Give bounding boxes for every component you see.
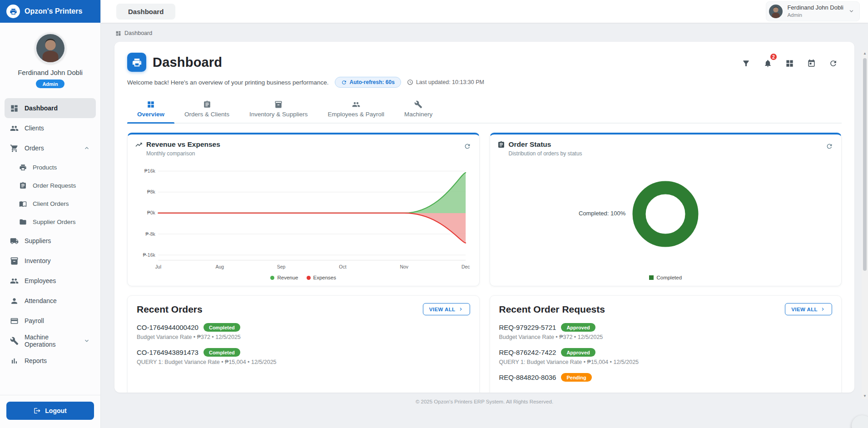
user-avatar [35, 33, 66, 64]
scroll-up-arrow[interactable]: ▲ [862, 50, 868, 56]
sidebar-item-client-orders[interactable]: Client Orders [5, 194, 96, 213]
tab-label: Employees & Payroll [327, 111, 384, 118]
sidebar-item-dashboard[interactable]: Dashboard [5, 98, 96, 118]
legend-item-expenses[interactable]: Expenses [307, 275, 337, 280]
widgets-button[interactable] [781, 55, 798, 72]
sidebar-item-label: Attendance [25, 297, 57, 304]
order-id: REQ-884820-8036 [499, 373, 556, 381]
page-subtitle: Welcome back! Here's an overview of your… [127, 79, 329, 86]
donut-label: Completed: 100% [579, 210, 625, 217]
list-item-row: REQ-979229-5721Approved [499, 323, 833, 332]
refresh-icon [826, 143, 833, 150]
tab-employees-payroll[interactable]: Employees & Payroll [317, 99, 394, 123]
recent-order-requests-card: Recent Order Requests VIEW ALL REQ-97922… [490, 295, 842, 393]
sidebar-item-supplier-orders[interactable]: Supplier Orders [5, 213, 96, 231]
sidebar-item-order-requests[interactable]: Order Requests [5, 176, 96, 194]
svg-text:Sep: Sep [277, 264, 286, 269]
view-all-requests-button[interactable]: VIEW ALL [785, 303, 832, 315]
breadcrumb[interactable]: Dashboard [115, 30, 152, 36]
topbar-dashboard-tab[interactable]: Dashboard [116, 4, 175, 20]
tab-inventory-suppliers[interactable]: Inventory & Suppliers [239, 99, 317, 123]
auto-refresh-pill: Auto-refresh: 60s [335, 77, 401, 88]
order-id: REQ-876242-7422 [499, 348, 556, 356]
donut-chart [627, 176, 704, 254]
tab-machinery[interactable]: Machinery [394, 99, 442, 123]
last-updated-label: Last updated: 10:13:30 PM [416, 79, 484, 85]
brand-name: Opzon's Printers [25, 7, 82, 15]
refresh-chart-button[interactable] [822, 139, 837, 154]
logout-icon [34, 407, 41, 414]
sidebar-footer: Logout [0, 395, 100, 428]
people-icon [10, 277, 19, 285]
refresh-chart-button[interactable] [460, 139, 475, 154]
sidebar-item-employees[interactable]: Employees [5, 271, 96, 291]
people-icon [10, 124, 19, 133]
sidebar-item-suppliers[interactable]: Suppliers [5, 231, 96, 251]
user-menu[interactable]: Ferdinand John Dobli Admin [766, 1, 860, 21]
chart-icon [10, 357, 19, 365]
assignment-icon [203, 100, 211, 109]
dashboard-icon [115, 30, 121, 36]
bell-icon [764, 59, 772, 68]
inventory-icon [10, 257, 19, 265]
chev-down-icon [83, 337, 90, 344]
scrollbar-thumb[interactable] [863, 58, 867, 271]
sidebar-item-label: Dashboard [25, 105, 58, 112]
people-icon [352, 100, 360, 109]
sidebar-item-label: Client Orders [33, 200, 69, 207]
wrench-icon [414, 100, 422, 109]
legend-item-revenue[interactable]: Revenue [270, 275, 298, 280]
dashboard-card: Dashboard Welcome back! Here's an overvi… [114, 42, 854, 393]
sidebar-item-products[interactable]: Products [5, 158, 96, 176]
sidebar-item-payroll[interactable]: Payroll [5, 311, 96, 331]
sidebar-item-clients[interactable]: Clients [5, 118, 96, 138]
svg-text:Dec: Dec [461, 264, 470, 269]
calendar-button[interactable] [803, 55, 820, 72]
filter-button[interactable] [737, 55, 754, 72]
topbar: Dashboard Ferdinand John Dobli Admin [101, 0, 868, 23]
filter-icon [742, 59, 750, 68]
refresh-button[interactable] [824, 55, 842, 72]
orders-list: CO-1764944000420CompletedBudget Variance… [137, 323, 470, 365]
sidebar-item-machine-operations[interactable]: Machine Operations [5, 331, 96, 351]
chart-legend: RevenueExpenses [135, 272, 472, 282]
order-detail: QUERY 1: Budget Variance Rate • ₱15,004 … [137, 359, 470, 365]
revenue-expenses-chart: ₱16k₱8k₱0k₱-8k₱-16kJulAugSepOctNovDec [135, 160, 472, 272]
sidebar-item-inventory[interactable]: Inventory [5, 251, 96, 271]
area-chart-svg: ₱16k₱8k₱0k₱-8k₱-16kJulAugSepOctNovDec [135, 160, 472, 272]
scrollbar[interactable]: ▲ ▼ [862, 50, 868, 399]
legend-item-completed[interactable]: Completed [649, 275, 682, 280]
profile-name: Ferdinand John Dobli [18, 69, 83, 76]
tab-overview[interactable]: Overview [127, 99, 174, 123]
logout-button[interactable]: Logout [6, 402, 94, 420]
chart-subtitle: Monthly comparison [146, 150, 472, 157]
svg-text:₱8k: ₱8k [147, 189, 156, 194]
auto-refresh-icon [341, 80, 347, 85]
dashboard-icon [10, 104, 19, 113]
svg-text:Aug: Aug [215, 264, 224, 269]
scroll-down-arrow[interactable]: ▼ [862, 393, 868, 399]
notifications-button[interactable]: 2 [759, 55, 776, 72]
sidebar-item-orders[interactable]: Orders [5, 138, 96, 158]
requests-list: REQ-979229-5721ApprovedBudget Variance R… [499, 323, 833, 382]
svg-text:Jul: Jul [155, 264, 161, 269]
user-name: Ferdinand John Dobli [787, 4, 843, 12]
chevron-down-icon [848, 8, 855, 15]
list-item-row: CO-1764944000420Completed [137, 323, 470, 332]
view-all-orders-button[interactable]: VIEW ALL [423, 303, 470, 315]
sidebar-item-reports[interactable]: Reports [5, 351, 96, 371]
list-item: REQ-876242-7422ApprovedQUERY 1: Budget V… [499, 348, 833, 365]
revenue-expenses-card: Revenue vs Expenses Monthly comparison ₱… [127, 133, 480, 286]
list-item: REQ-884820-8036Pending [499, 373, 833, 382]
widgets-icon [147, 100, 155, 109]
refresh-icon [829, 59, 838, 68]
sidebar-item-attendance[interactable]: Attendance [5, 291, 96, 311]
inventory-icon [274, 100, 283, 109]
svg-text:₱0k: ₱0k [147, 210, 156, 215]
sidebar: Opzon's Printers Ferdinand John Dobli Ad… [0, 0, 101, 428]
tab-label: Overview [137, 111, 164, 118]
chevron-right-icon [820, 306, 826, 312]
chart-legend: Completed [497, 272, 834, 282]
notification-badge: 2 [769, 53, 778, 61]
tab-orders-clients[interactable]: Orders & Clients [174, 99, 239, 123]
